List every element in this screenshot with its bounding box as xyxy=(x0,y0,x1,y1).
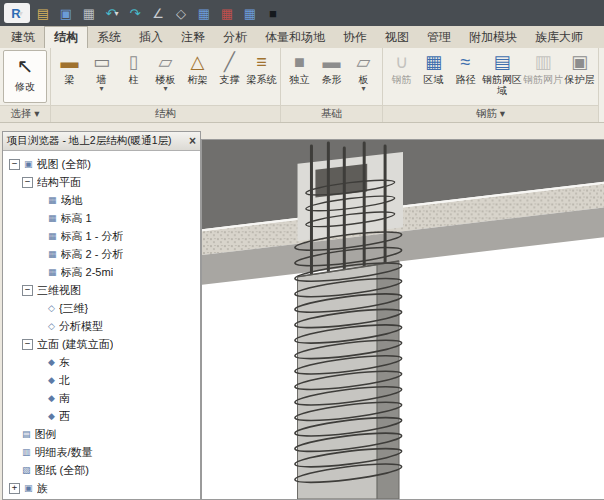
tree-item-label: 族 xyxy=(37,481,48,496)
path-label: 路径 xyxy=(456,74,476,85)
panel-label-foundation[interactable]: 基础 xyxy=(281,105,382,122)
tab-collaborate[interactable]: 协作 xyxy=(334,27,376,48)
panel-reinforcement: ∪钢筋▦区域≈路径▤钢筋网区域▥钢筋网片▣保护层钢筋 ▾ xyxy=(383,48,599,122)
modify-button[interactable]: ↖修改 xyxy=(3,50,47,103)
revit-logo[interactable]: R▾ xyxy=(4,3,30,23)
tab-addins[interactable]: 附加模块 xyxy=(460,27,526,48)
strip-button[interactable]: ▬条形 xyxy=(316,50,347,103)
tree-item-label: 明细表/数量 xyxy=(35,445,93,460)
tab-structure[interactable]: 结构 xyxy=(44,26,88,48)
wall-button[interactable]: ▭墙▾ xyxy=(86,50,117,103)
beam-button[interactable]: ▬梁 xyxy=(54,50,85,103)
tree-item-level-2-analysis[interactable]: ▦标高 2 - 分析 xyxy=(3,245,200,263)
fabric-area-button[interactable]: ▤钢筋网区域 xyxy=(482,50,522,103)
tree-item-schedules[interactable]: ▥明细表/数量 xyxy=(3,443,200,461)
tree-item-views[interactable]: −▣视图 (全部) xyxy=(3,155,200,173)
tree-item-label: 立面 (建筑立面) xyxy=(37,337,113,352)
strip-icon: ▬ xyxy=(323,50,341,74)
3d-view[interactable] xyxy=(202,140,604,499)
tree-item-3d-views[interactable]: −三维视图 xyxy=(3,281,200,299)
tree-item-west[interactable]: ◆西 xyxy=(3,407,200,425)
tab-manage[interactable]: 管理 xyxy=(418,27,460,48)
close-icon[interactable]: × xyxy=(189,134,196,148)
undo-icon[interactable]: ↶▾ xyxy=(102,3,122,23)
close-hidden-windows-icon[interactable]: ▦ xyxy=(217,3,237,23)
tree-item-east[interactable]: ◆东 xyxy=(3,353,200,371)
tab-annotate[interactable]: 注释 xyxy=(172,27,214,48)
collapse-icon[interactable]: − xyxy=(22,177,33,188)
undo-dropdown-icon[interactable]: ▾ xyxy=(114,9,118,18)
rebar-button[interactable]: ∪钢筋 xyxy=(386,50,417,103)
cover-button[interactable]: ▣保护层 xyxy=(564,50,595,103)
east-icon: ◆ xyxy=(48,357,55,367)
beam-label: 梁 xyxy=(65,74,75,85)
beam-system-button[interactable]: ≡梁系统 xyxy=(246,50,277,103)
strip-label: 条形 xyxy=(322,74,342,85)
tree-item-legends[interactable]: ▤图例 xyxy=(3,425,200,443)
tab-view[interactable]: 视图 xyxy=(376,27,418,48)
tree-item-label: 标高 1 xyxy=(61,211,92,226)
collapse-icon[interactable]: − xyxy=(9,159,20,170)
tree-item-north[interactable]: ◆北 xyxy=(3,371,200,389)
tree-item-level-2-5mi[interactable]: ▦标高 2-5mi xyxy=(3,263,200,281)
tree-item-analytical-model[interactable]: ◇分析模型 xyxy=(3,317,200,335)
slab-button[interactable]: ▱板▾ xyxy=(348,50,379,103)
tab-insert[interactable]: 插入 xyxy=(130,27,172,48)
path-button[interactable]: ≈路径 xyxy=(450,50,481,103)
floor-button[interactable]: ▱楼板▾ xyxy=(150,50,181,103)
tree-item-label: {三维} xyxy=(59,301,88,316)
tree-item-south[interactable]: ◆南 xyxy=(3,389,200,407)
print-icon[interactable]: ▦ xyxy=(79,3,99,23)
slab-icon: ▱ xyxy=(357,50,371,74)
column-icon: ▯ xyxy=(129,50,139,74)
tree-item-label: 东 xyxy=(59,355,70,370)
column-button[interactable]: ▯柱 xyxy=(118,50,149,103)
measure-icon[interactable]: ∠ xyxy=(148,3,168,23)
tree-item-level-1-analysis[interactable]: ▦标高 1 - 分析 xyxy=(3,227,200,245)
cover-label: 保护层 xyxy=(565,74,595,85)
collapse-icon[interactable]: − xyxy=(22,285,33,296)
project-browser-title: 项目浏览器 - 地上2层结构(暖通1层) xyxy=(7,134,172,148)
tab-architecture[interactable]: 建筑 xyxy=(2,27,44,48)
isolated-button[interactable]: ■独立 xyxy=(284,50,315,103)
tree-item-families[interactable]: +▣族 xyxy=(3,479,200,497)
tree-item-sheets[interactable]: ▧图纸 (全部) xyxy=(3,461,200,479)
fabric-sheet-button[interactable]: ▥钢筋网片 xyxy=(523,50,563,103)
truss-button[interactable]: △桁架 xyxy=(182,50,213,103)
west-icon: ◆ xyxy=(48,411,55,421)
tab-family-master[interactable]: 族库大师 xyxy=(526,27,592,48)
3d-view-icon[interactable]: ◇ xyxy=(171,3,191,23)
tree-item-3d[interactable]: ◇{三维} xyxy=(3,299,200,317)
brace-button[interactable]: ╱支撑 xyxy=(214,50,245,103)
tree-item-site[interactable]: ▦场地 xyxy=(3,191,200,209)
panel-label-select[interactable]: 选择 ▾ xyxy=(0,105,50,122)
south-icon: ◆ xyxy=(48,393,55,403)
collapse-icon[interactable]: − xyxy=(22,339,33,350)
tab-analyze[interactable]: 分析 xyxy=(214,27,256,48)
panel-label-reinforcement[interactable]: 钢筋 ▾ xyxy=(383,105,598,122)
panel-label-structure[interactable]: 结构 xyxy=(51,105,280,122)
project-browser-header: 项目浏览器 - 地上2层结构(暖通1层) × xyxy=(3,132,200,151)
expand-icon[interactable]: + xyxy=(9,483,20,494)
revit-logo-dropdown-icon[interactable]: ▾ xyxy=(19,9,23,18)
column-label: 柱 xyxy=(129,74,139,85)
tab-massing-site[interactable]: 体量和场地 xyxy=(256,27,334,48)
chevron-down-icon: ▾ xyxy=(361,85,365,93)
drawing-area[interactable] xyxy=(201,139,604,500)
open-icon[interactable]: ▤ xyxy=(33,3,53,23)
save-icon[interactable]: ▣ xyxy=(56,3,76,23)
schedule-icon[interactable]: ▦ xyxy=(194,3,214,23)
tree-item-structural-plans[interactable]: −结构平面 xyxy=(3,173,200,191)
revit-window: R▾▤▣▦↶▾↷∠◇▦▦▦■ 建筑结构系统插入注释分析体量和场地协作视图管理附加… xyxy=(0,0,604,500)
redo-icon[interactable]: ↷ xyxy=(125,3,145,23)
switch-windows-icon[interactable]: ▦ xyxy=(240,3,260,23)
area-button[interactable]: ▦区域 xyxy=(418,50,449,103)
app-button-icon[interactable]: ■ xyxy=(263,3,283,23)
ribbon: ↖修改选择 ▾▬梁▭墙▾▯柱▱楼板▾△桁架╱支撑≡梁系统结构■独立▬条形▱板▾基… xyxy=(0,48,604,123)
tree-item-level-1[interactable]: ▦标高 1 xyxy=(3,209,200,227)
beam-system-label: 梁系统 xyxy=(247,74,277,85)
rebar-icon: ∪ xyxy=(395,50,408,74)
tree-item-elevations[interactable]: −立面 (建筑立面) xyxy=(3,335,200,353)
panel-structure: ▬梁▭墙▾▯柱▱楼板▾△桁架╱支撑≡梁系统结构 xyxy=(51,48,281,122)
tab-systems[interactable]: 系统 xyxy=(88,27,130,48)
